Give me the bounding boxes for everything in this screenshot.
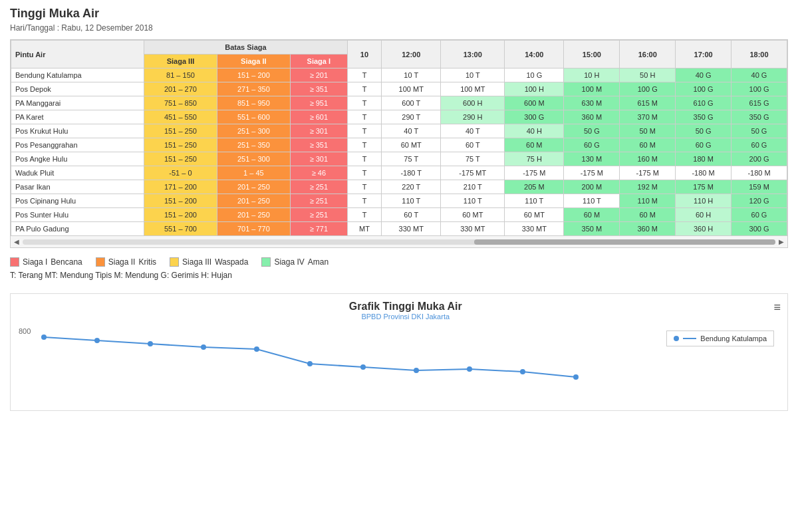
legend-siaga2-box bbox=[96, 257, 105, 267]
chart-dot bbox=[94, 338, 100, 343]
chart-area: 800 Bendung Katulampa bbox=[44, 324, 781, 404]
chart-dot bbox=[467, 366, 472, 372]
legend-siaga2: Siaga II Kritis bbox=[96, 257, 156, 267]
legend-siaga1-box bbox=[10, 257, 19, 267]
row-t10: T bbox=[347, 166, 381, 180]
row-siaga2: 251 – 300 bbox=[217, 124, 290, 138]
row-siaga1: ≥ 46 bbox=[290, 166, 347, 180]
row-name: PA Pulo Gadung bbox=[11, 222, 144, 236]
legend-siaga3-box bbox=[170, 257, 179, 267]
scrollbar-row: ◀ ▶ bbox=[11, 236, 787, 247]
row-siaga3: 81 – 150 bbox=[144, 68, 217, 82]
legend-siaga2-desc: Kritis bbox=[138, 257, 156, 267]
row-time-cell: 75 H bbox=[505, 152, 564, 166]
chart-header: Grafik Tinggi Muka Air BPBD Provinsi DKI… bbox=[17, 301, 781, 321]
row-time-cell: -175 M bbox=[620, 166, 676, 180]
chart-section: Grafik Tinggi Muka Air BPBD Provinsi DKI… bbox=[10, 293, 788, 411]
col-10: 10 bbox=[347, 41, 381, 68]
weather-legend: T: Terang MT: Mendung Tipis M: Mendung G… bbox=[10, 271, 788, 280]
chart-menu-button[interactable]: ≡ bbox=[773, 301, 781, 315]
row-time-cell: 50 G bbox=[564, 124, 620, 138]
table-row: Pasar Ikan 171 – 200 201 – 250 ≥ 251 T 2… bbox=[11, 180, 787, 194]
table-row: Pos Angke Hulu 151 – 250 251 – 300 ≥ 301… bbox=[11, 152, 787, 166]
col-batas-siaga: Batas Siaga bbox=[144, 41, 348, 55]
col-1400: 14:00 bbox=[505, 41, 564, 68]
row-time-cell: 300 G bbox=[505, 110, 564, 124]
row-time-cell: 160 M bbox=[620, 152, 676, 166]
row-siaga1: ≥ 951 bbox=[290, 96, 347, 110]
row-siaga1: ≥ 351 bbox=[290, 82, 347, 96]
row-time-cell: 40 G bbox=[676, 68, 732, 82]
legend-row-siaga: Siaga I Bencana Siaga II Kritis Siaga II… bbox=[10, 257, 788, 267]
row-time-cell: 60 M bbox=[564, 208, 620, 222]
row-time-cell: 40 T bbox=[441, 124, 505, 138]
row-siaga3: 151 – 200 bbox=[144, 208, 217, 222]
row-siaga1: ≥ 251 bbox=[290, 208, 347, 222]
row-siaga1: ≥ 771 bbox=[290, 222, 347, 236]
table-row: PA Manggarai 751 – 850 851 – 950 ≥ 951 T… bbox=[11, 96, 787, 110]
row-time-cell: 360 H bbox=[676, 222, 732, 236]
row-time-cell: 60 MT bbox=[382, 138, 441, 152]
col-1700: 17:00 bbox=[676, 41, 732, 68]
row-time-cell: -180 M bbox=[676, 166, 732, 180]
row-siaga1: ≥ 351 bbox=[290, 138, 347, 152]
chart-dot bbox=[254, 346, 259, 352]
row-siaga1: ≥ 251 bbox=[290, 194, 347, 208]
row-time-cell: 615 M bbox=[620, 96, 676, 110]
row-name: Pos Angke Hulu bbox=[11, 152, 144, 166]
row-time-cell: 60 M bbox=[620, 138, 676, 152]
legend-siaga1-desc: Bencana bbox=[51, 257, 82, 267]
scroll-left-arrow[interactable]: ◀ bbox=[14, 238, 19, 245]
row-time-cell: 600 T bbox=[382, 96, 441, 110]
row-time-cell: 40 T bbox=[382, 124, 441, 138]
legend-siaga4-box bbox=[261, 257, 271, 267]
row-time-cell: 60 T bbox=[441, 138, 505, 152]
chart-dot bbox=[201, 344, 206, 350]
row-t10: T bbox=[347, 208, 381, 222]
row-time-cell: 60 T bbox=[382, 208, 441, 222]
row-time-cell: 75 T bbox=[441, 152, 505, 166]
chart-dot bbox=[41, 334, 47, 340]
row-time-cell: -175 MT bbox=[441, 166, 505, 180]
row-time-cell: 360 M bbox=[620, 222, 676, 236]
row-siaga2: 551 – 600 bbox=[217, 110, 290, 124]
row-siaga2: 151 – 200 bbox=[217, 68, 290, 82]
row-time-cell: 100 G bbox=[732, 82, 787, 96]
row-t10: T bbox=[347, 152, 381, 166]
row-siaga3: 151 – 250 bbox=[144, 138, 217, 152]
row-time-cell: 60 M bbox=[620, 208, 676, 222]
row-time-cell: 200 M bbox=[564, 180, 620, 194]
table-row: PA Pulo Gadung 551 – 700 701 – 770 ≥ 771… bbox=[11, 222, 787, 236]
row-name: Pos Cipinang Hulu bbox=[11, 194, 144, 208]
row-time-cell: 200 G bbox=[732, 152, 787, 166]
row-time-cell: 210 T bbox=[441, 180, 505, 194]
chart-dot bbox=[520, 369, 525, 374]
row-siaga2: 201 – 250 bbox=[217, 194, 290, 208]
row-name: Pos Pesanggrahan bbox=[11, 138, 144, 152]
row-t10: T bbox=[347, 138, 381, 152]
row-time-cell: 370 M bbox=[620, 110, 676, 124]
row-siaga2: 201 – 250 bbox=[217, 180, 290, 194]
table-row: Bendung Katulampa 81 – 150 151 – 200 ≥ 2… bbox=[11, 68, 787, 82]
row-time-cell: 600 M bbox=[505, 96, 564, 110]
legend-section: Siaga I Bencana Siaga II Kritis Siaga II… bbox=[10, 257, 788, 280]
row-t10: T bbox=[347, 124, 381, 138]
date-label: Hari/Tanggal : Rabu, 12 Desember 2018 bbox=[10, 23, 788, 33]
scrollbar-track[interactable] bbox=[23, 239, 775, 245]
row-time-cell: 350 G bbox=[676, 110, 732, 124]
row-siaga1: ≥ 601 bbox=[290, 110, 347, 124]
scroll-right-arrow[interactable]: ▶ bbox=[779, 238, 784, 245]
table-row: Pos Cipinang Hulu 151 – 200 201 – 250 ≥ … bbox=[11, 194, 787, 208]
legend-siaga4-desc: Aman bbox=[308, 257, 329, 267]
col-1200: 12:00 bbox=[382, 41, 441, 68]
chart-legend: Bendung Katulampa bbox=[666, 331, 774, 346]
row-time-cell: 10 G bbox=[505, 68, 564, 82]
row-time-cell: 100 H bbox=[505, 82, 564, 96]
row-time-cell: 110 T bbox=[564, 194, 620, 208]
row-time-cell: 130 M bbox=[564, 152, 620, 166]
row-time-cell: 290 H bbox=[441, 110, 505, 124]
row-siaga2: 251 – 350 bbox=[217, 138, 290, 152]
legend-siaga3-label: Siaga III bbox=[182, 257, 211, 267]
row-time-cell: 290 T bbox=[382, 110, 441, 124]
row-time-cell: 330 MT bbox=[441, 222, 505, 236]
